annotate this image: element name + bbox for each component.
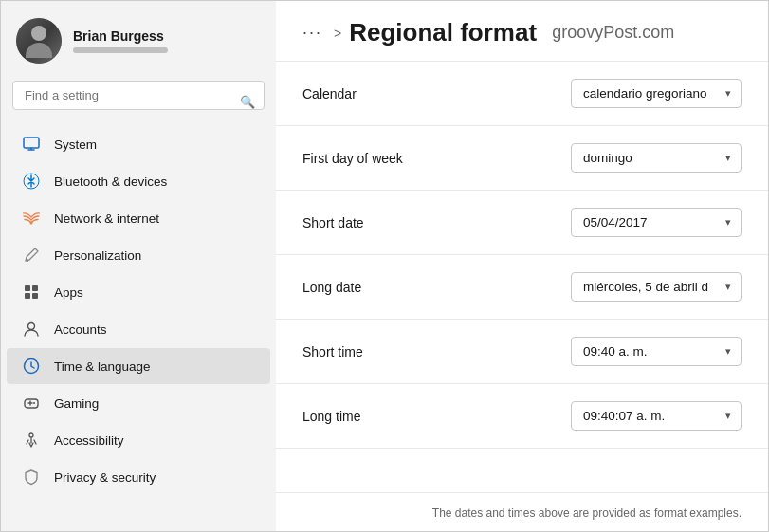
- clock-icon: [22, 357, 41, 376]
- user-bar: [73, 47, 168, 53]
- sidebar-item-network-label: Network & internet: [54, 211, 159, 226]
- first-day-dropdown-value: domingo: [583, 151, 632, 165]
- shield-icon: [22, 468, 41, 486]
- chevron-down-icon: ▾: [725, 152, 731, 164]
- long-time-dropdown[interactable]: 09:40:07 a. m. ▾: [571, 401, 742, 431]
- svg-point-7: [28, 323, 35, 330]
- search-input[interactable]: [12, 81, 265, 110]
- setting-control-calendar: calendario gregoriano ▾: [571, 79, 742, 108]
- setting-label-calendar: Calendar: [302, 86, 571, 101]
- long-date-dropdown-value: miércoles, 5 de abril d: [583, 280, 708, 294]
- sidebar-item-time[interactable]: Time & language: [7, 348, 270, 384]
- breadcrumb-chevron: >: [334, 26, 341, 41]
- svg-rect-5: [25, 293, 30, 299]
- setting-row-long-date: Long date miércoles, 5 de abril d ▾: [276, 255, 768, 320]
- nav-items: System Bluetooth & devices: [1, 121, 276, 532]
- first-day-dropdown[interactable]: domingo ▾: [571, 143, 742, 173]
- user-profile: Brian Burgess: [1, 1, 276, 77]
- chevron-down-icon: ▾: [725, 281, 731, 293]
- svg-rect-3: [25, 285, 30, 291]
- short-date-dropdown-value: 05/04/2017: [583, 215, 648, 229]
- long-time-dropdown-value: 09:40:07 a. m.: [583, 409, 665, 423]
- sidebar-item-gaming[interactable]: Gaming: [7, 385, 270, 421]
- sidebar-item-apps-label: Apps: [54, 285, 83, 300]
- short-time-dropdown-value: 09:40 a. m.: [583, 344, 648, 358]
- short-time-dropdown[interactable]: 09:40 a. m. ▾: [571, 337, 742, 366]
- svg-point-10: [33, 402, 35, 404]
- sidebar-item-accessibility[interactable]: Accessibility: [7, 422, 270, 458]
- chevron-down-icon: ▾: [725, 410, 731, 422]
- monitor-icon: [22, 135, 41, 154]
- svg-point-11: [29, 433, 33, 437]
- svg-rect-4: [32, 285, 38, 291]
- setting-label-long-time: Long time: [302, 409, 571, 424]
- avatar: [16, 18, 62, 64]
- setting-control-short-date: 05/04/2017 ▾: [571, 208, 742, 237]
- person-icon: [22, 320, 41, 339]
- sidebar-item-bluetooth-label: Bluetooth & devices: [54, 174, 167, 189]
- setting-label-long-date: Long date: [302, 280, 571, 295]
- brush-icon: [22, 246, 41, 265]
- sidebar: Brian Burgess 🔍 System: [1, 1, 276, 532]
- setting-control-first-day: domingo ▾: [571, 143, 742, 173]
- sidebar-item-apps[interactable]: Apps: [7, 274, 270, 310]
- footer-note: The dates and times above are provided a…: [276, 492, 768, 532]
- page-title: Regional format: [349, 18, 537, 47]
- search-icon: 🔍: [240, 94, 255, 108]
- main-content: ··· > Regional format groovyPost.com Cal…: [276, 1, 768, 532]
- user-name: Brian Burgess: [73, 28, 168, 44]
- user-info: Brian Burgess: [73, 28, 168, 53]
- sidebar-item-privacy-label: Privacy & security: [54, 470, 156, 485]
- sidebar-item-gaming-label: Gaming: [54, 396, 99, 411]
- bluetooth-icon: [22, 172, 41, 191]
- person-access-icon: [22, 431, 41, 449]
- settings-rows: Calendar calendario gregoriano ▾ First d…: [276, 62, 768, 492]
- search-container: 🔍: [1, 77, 276, 121]
- sidebar-item-bluetooth[interactable]: Bluetooth & devices: [7, 163, 270, 199]
- calendar-dropdown[interactable]: calendario gregoriano ▾: [571, 79, 742, 108]
- setting-label-first-day: First day of week: [302, 151, 571, 166]
- sidebar-item-time-label: Time & language: [54, 359, 151, 374]
- sidebar-item-personalization[interactable]: Personalization: [7, 237, 270, 273]
- setting-control-long-time: 09:40:07 a. m. ▾: [571, 401, 742, 431]
- chevron-down-icon: ▾: [725, 216, 731, 229]
- setting-control-short-time: 09:40 a. m. ▾: [571, 337, 742, 366]
- svg-point-2: [30, 222, 33, 225]
- sidebar-item-system[interactable]: System: [7, 126, 270, 162]
- sidebar-item-accounts[interactable]: Accounts: [7, 311, 270, 347]
- page-header: ··· > Regional format groovyPost.com: [276, 1, 768, 62]
- sidebar-item-accounts-label: Accounts: [54, 322, 107, 337]
- chevron-down-icon: ▾: [725, 87, 731, 100]
- grid-icon: [22, 283, 41, 302]
- network-icon: [22, 209, 41, 228]
- sidebar-item-network[interactable]: Network & internet: [7, 200, 270, 236]
- setting-label-short-time: Short time: [302, 344, 571, 359]
- brand-text: groovyPost.com: [552, 23, 674, 43]
- sidebar-item-privacy[interactable]: Privacy & security: [7, 459, 270, 495]
- setting-row-long-time: Long time 09:40:07 a. m. ▾: [276, 384, 768, 449]
- footer-note-text: The dates and times above are provided a…: [432, 506, 742, 520]
- setting-row-short-date: Short date 05/04/2017 ▾: [276, 191, 768, 255]
- short-date-dropdown[interactable]: 05/04/2017 ▾: [571, 208, 742, 237]
- setting-row-short-time: Short time 09:40 a. m. ▾: [276, 320, 768, 384]
- setting-label-short-date: Short date: [302, 215, 571, 230]
- setting-row-first-day: First day of week domingo ▾: [276, 126, 768, 191]
- setting-control-long-date: miércoles, 5 de abril d ▾: [571, 272, 742, 302]
- chevron-down-icon: ▾: [725, 345, 731, 358]
- svg-rect-0: [24, 138, 39, 148]
- sidebar-item-personalization-label: Personalization: [54, 248, 141, 263]
- svg-rect-6: [32, 293, 38, 299]
- gamepad-icon: [22, 394, 41, 413]
- calendar-dropdown-value: calendario gregoriano: [583, 86, 707, 101]
- long-date-dropdown[interactable]: miércoles, 5 de abril d ▾: [571, 272, 742, 302]
- setting-row-calendar: Calendar calendario gregoriano ▾: [276, 62, 768, 126]
- sidebar-item-system-label: System: [54, 138, 97, 152]
- sidebar-item-accessibility-label: Accessibility: [54, 433, 124, 448]
- breadcrumb-dots[interactable]: ···: [302, 23, 322, 43]
